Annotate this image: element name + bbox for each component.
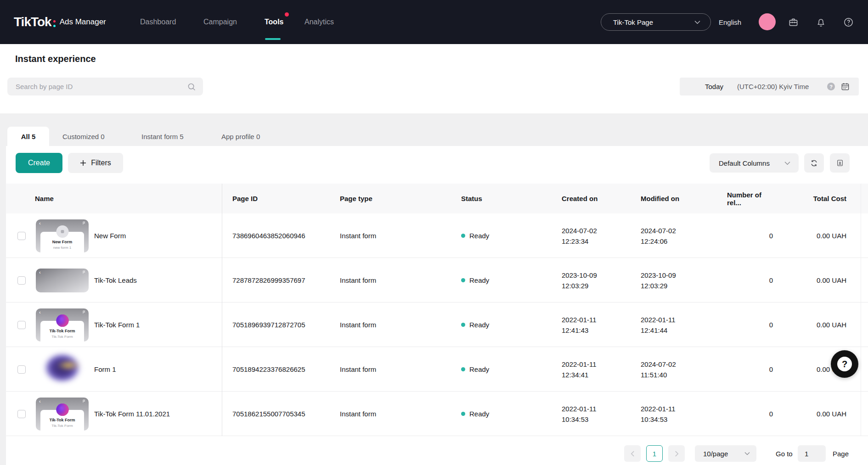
row-name: Tik-Tok Form 1 <box>94 303 140 347</box>
status-dot-icon <box>461 367 465 371</box>
row-thumbnail: ‹Tik-Tok FormTik-Tok Form <box>36 398 89 431</box>
row-total-cost: 0.00 UAH <box>778 392 846 436</box>
row-checkbox[interactable] <box>17 321 26 329</box>
chevron-down-icon <box>784 161 790 165</box>
thumb-subtitle: Tik-Tok Form <box>36 424 89 428</box>
row-status: Ready <box>461 392 489 436</box>
table-row: ‹ Tik-Tok Leads 7287872826999357697 Inst… <box>6 258 868 303</box>
filters-button[interactable]: Filters <box>68 153 123 173</box>
search-icon[interactable] <box>187 83 196 91</box>
row-checkbox[interactable] <box>17 365 26 374</box>
date-range-label: Today <box>705 83 723 90</box>
row-thumbnail: ‹New Formnew form 1 <box>36 219 89 252</box>
row-page-id: 7051862155007705345 <box>232 392 305 436</box>
table-row: ‹New Formnew form 1 New Form 73869604638… <box>6 213 868 258</box>
status-dot-icon <box>461 412 465 416</box>
row-created-on: 2024-07-0212:23:34 <box>562 213 597 258</box>
row-total-cost: 0.00 UAH <box>778 258 846 303</box>
logo-wordmark: TikTok <box>14 15 51 29</box>
column-header-page-id: Page ID <box>232 184 258 213</box>
columns-dropdown-value: Default Columns <box>719 159 770 167</box>
column-header-related: Number of rel... <box>727 184 773 213</box>
status-label: Ready <box>469 365 489 373</box>
row-checkbox[interactable] <box>17 276 26 285</box>
row-thumbnail <box>36 348 89 391</box>
row-thumbnail: ‹ <box>36 269 89 292</box>
flag-icon <box>82 270 86 274</box>
date-range-picker[interactable]: Today (UTC+02:00) Kyiv Time ? <box>680 78 859 95</box>
chevron-down-icon <box>744 452 750 455</box>
assets-briefcase-icon[interactable] <box>788 0 799 44</box>
thumb-logo-icon <box>56 314 68 327</box>
tab-instant-form[interactable]: Instant form 5 <box>141 127 184 146</box>
row-modified-on: 2023-10-0912:03:29 <box>641 258 676 303</box>
tab-strip: All 5 Customized 0 Instant form 5 App pr… <box>0 113 868 146</box>
columns-dropdown[interactable]: Default Columns <box>710 153 799 173</box>
page-selector-value: Tik-Tok Page <box>613 18 653 26</box>
goto-page-input[interactable] <box>798 445 826 462</box>
table-header: Name Page ID Page type Status Created on… <box>6 184 868 213</box>
pagination-page-1[interactable]: 1 <box>646 445 663 462</box>
row-total-cost: 0.00 UAH <box>778 213 846 258</box>
row-related-count: 0 <box>727 303 773 347</box>
thumb-subtitle: Tik-Tok Form <box>36 335 89 339</box>
goto-label: Go to <box>776 445 793 462</box>
search-input[interactable] <box>16 83 187 90</box>
row-checkbox[interactable] <box>17 232 26 240</box>
nav-item-analytics[interactable]: Analytics <box>304 0 334 44</box>
row-modified-on: 2024-07-0212:24:06 <box>641 213 676 258</box>
nav-item-campaign[interactable]: Campaign <box>203 0 237 44</box>
thumb-logo-icon <box>56 403 68 416</box>
row-checkbox[interactable] <box>17 410 26 418</box>
column-header-modified-on: Modified on <box>641 184 679 213</box>
flag-icon <box>82 399 86 403</box>
export-button[interactable] <box>830 153 850 173</box>
left-gutter <box>0 146 6 465</box>
thumb-subtitle: new form 1 <box>36 246 89 250</box>
row-related-count: 0 <box>727 347 773 392</box>
row-page-id: 7386960463852060946 <box>232 213 305 258</box>
refresh-button[interactable] <box>804 153 824 173</box>
support-help-button[interactable]: ? <box>831 350 858 378</box>
table-right-divider <box>861 184 861 436</box>
user-avatar[interactable] <box>759 13 776 30</box>
flag-icon <box>82 221 86 225</box>
row-total-cost: 0.00 UAH <box>778 303 846 347</box>
tiktok-logo[interactable]: TikTok Ads Manager <box>14 0 106 44</box>
row-modified-on: 2024-07-0211:51:40 <box>641 347 676 392</box>
tab-customized[interactable]: Customized 0 <box>62 127 105 146</box>
page-selector-dropdown[interactable]: Tik-Tok Page <box>601 13 711 31</box>
row-page-type: Instant form <box>340 303 376 347</box>
nav-item-dashboard[interactable]: Dashboard <box>140 0 176 44</box>
thumb-title: Tik-Tok Form <box>36 418 89 422</box>
row-page-id: 7287872826999357697 <box>232 258 305 303</box>
thumb-logo-icon <box>56 225 68 238</box>
pagination-prev-button[interactable] <box>624 445 641 462</box>
page-size-dropdown[interactable]: 10/page <box>695 445 756 462</box>
tab-all[interactable]: All 5 <box>7 127 49 146</box>
notifications-bell-icon[interactable] <box>816 0 826 44</box>
timezone-help-icon[interactable]: ? <box>827 83 835 90</box>
plus-icon <box>80 160 86 166</box>
row-modified-on: 2022-01-1112:41:44 <box>641 303 676 347</box>
column-header-total-cost: Total Cost <box>778 184 846 213</box>
page-label: Page <box>833 445 849 462</box>
create-button[interactable]: Create <box>16 153 62 173</box>
row-page-type: Instant form <box>340 392 376 436</box>
table-body: ‹New Formnew form 1 New Form 73869604638… <box>6 213 868 436</box>
language-selector[interactable]: English <box>719 0 741 44</box>
back-chevron-icon: ‹ <box>39 270 41 275</box>
tools-active-underline <box>265 38 281 40</box>
row-page-type: Instant form <box>340 347 376 392</box>
status-dot-icon <box>461 234 465 238</box>
chevron-down-icon <box>694 20 700 24</box>
help-circle-icon[interactable] <box>843 0 854 44</box>
question-mark-icon: ? <box>837 357 852 371</box>
pagination-next-button[interactable] <box>668 445 685 462</box>
column-header-created-on: Created on <box>562 184 597 213</box>
tab-app-profile[interactable]: App profile 0 <box>221 127 260 146</box>
flag-icon <box>82 310 86 314</box>
row-status: Ready <box>461 258 489 303</box>
column-header-status: Status <box>461 184 482 213</box>
nav-item-tools[interactable]: Tools <box>265 0 283 44</box>
